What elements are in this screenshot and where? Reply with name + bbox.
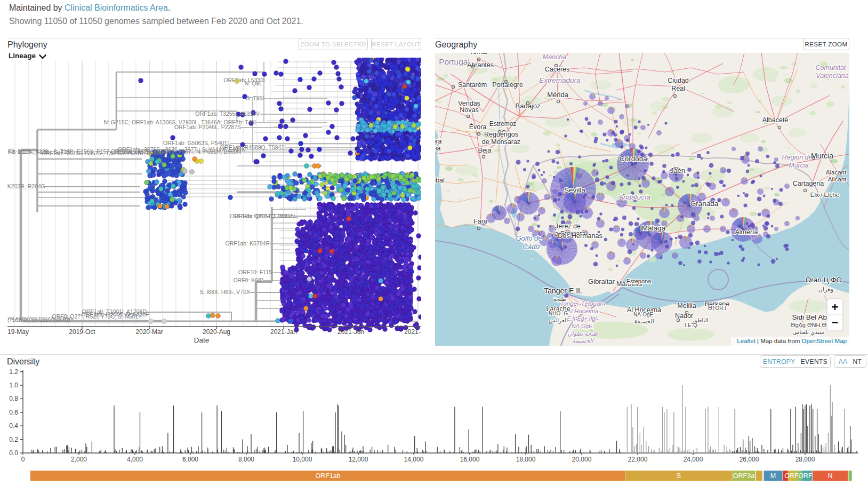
svg-text:Extremadura: Extremadura <box>539 76 581 84</box>
svg-text:Cádiz: Cádiz <box>523 243 541 251</box>
svg-text:28,000: 28,000 <box>795 456 815 463</box>
svg-text:0.4: 0.4 <box>9 422 18 430</box>
svg-text:الحسيمة: الحسيمة <box>573 337 594 344</box>
svg-text:Murcia: Murcia <box>789 162 809 169</box>
svg-text:Córdoba: Córdoba <box>620 155 647 163</box>
svg-text:2020-Mar: 2020-Mar <box>135 328 163 336</box>
svg-text:ORF1ab: K5784R: ORF1ab: K5784R <box>226 240 270 247</box>
svg-text:Tanger Ε.ΙΙ.: Tanger Ε.ΙΙ. <box>544 287 582 295</box>
svg-text:Portalegre: Portalegre <box>492 81 523 89</box>
svg-text:1.0: 1.0 <box>9 381 18 389</box>
svg-text:الناظور: الناظور <box>691 317 708 324</box>
svg-text:Leaflet | Map data from OpenSt: Leaflet | Map data from OpenStreet Map <box>737 338 847 344</box>
svg-text:Θ†ΟR.Ι: Θ†ΟR.Ι <box>708 305 726 311</box>
svg-text:4,000: 4,000 <box>127 456 143 463</box>
svg-text:ubal: ubal <box>435 177 445 184</box>
svg-text:2020-Aug: 2020-Aug <box>203 328 230 336</box>
svg-text:Almería: Almería <box>735 228 758 236</box>
svg-text:Ciudad: Ciudad <box>668 77 689 84</box>
svg-text:Estremoz: Estremoz <box>489 120 517 128</box>
svg-text:Abrantes: Abrantes <box>467 61 494 69</box>
svg-text:Beja: Beja <box>478 147 491 154</box>
svg-text:Mancha: Mancha <box>543 53 567 61</box>
svg-text:S: I68X, H69-, V70X: S: I68X, H69-, V70X <box>199 289 250 295</box>
svg-text:Cartagena: Cartagena <box>793 180 824 187</box>
svg-text:0.8: 0.8 <box>9 395 18 402</box>
svg-text:Mérida: Mérida <box>547 91 569 99</box>
svg-text:2021-Jun: 2021-Jun <box>337 328 364 336</box>
svg-text:Real: Real <box>671 85 685 92</box>
svg-text:Comunitat: Comunitat <box>816 64 846 71</box>
svg-text:Dos Hermanas: Dos Hermanas <box>558 232 602 240</box>
svg-text:Badajoz: Badajoz <box>516 102 541 110</box>
svg-text:Melilla: Melilla <box>677 302 696 309</box>
svg-text:ORF1ab: -3675S, G3676-, T3646A: ORF1ab: -3675S, G3676-, T3646A, P681R, D… <box>42 150 163 156</box>
svg-text:ΝΛ˙ΟǵΕ.: ΝΛ˙ΟǵΕ. <box>572 323 594 329</box>
svg-text:Valenciana: Valenciana <box>816 72 848 79</box>
svg-text:Faro: Faro <box>473 218 487 225</box>
svg-text:2021-Jan: 2021-Jan <box>270 328 297 336</box>
svg-text:طنجة: طنجة <box>553 296 566 302</box>
svg-text:S: T95I: S: T95I <box>246 95 264 101</box>
svg-text:0.2: 0.2 <box>9 436 18 443</box>
svg-text:24,000: 24,000 <box>684 456 703 463</box>
svg-text:Ε.ΙΙ-Εǵ+.ΙΙǵΙ-: Ε.ΙΙ-Εǵ+.ΙΙǵΙ- <box>567 315 599 322</box>
svg-text:nora: nora <box>435 138 442 145</box>
svg-text:Nador: Nador <box>675 312 693 320</box>
svg-text:12,000: 12,000 <box>349 456 368 463</box>
svg-text:16,000: 16,000 <box>460 456 480 463</box>
svg-text:2,000: 2,000 <box>71 456 87 463</box>
svg-text:ORF3a: ORF3a <box>733 472 754 480</box>
svg-text:Alicant: Alicant <box>828 176 847 182</box>
svg-text:Jaén: Jaén <box>670 166 685 174</box>
svg-text:Estepona: Estepona <box>626 278 652 284</box>
svg-text:Jerez de: Jerez de <box>555 222 581 230</box>
svg-text:Santarém: Santarém <box>458 81 487 89</box>
svg-text:de Monsaraz: de Monsaraz <box>482 138 520 146</box>
svg-text:+: + <box>832 300 839 314</box>
svg-text:18,000: 18,000 <box>516 456 536 463</box>
svg-text:Granada: Granada <box>690 200 719 208</box>
svg-text:Gibraltar: Gibraltar <box>588 277 615 285</box>
svg-text:0: 0 <box>21 456 25 463</box>
svg-text:Región de: Región de <box>782 154 813 161</box>
svg-text:6,000: 6,000 <box>182 456 198 463</box>
svg-text:2019-Oct: 2019-Oct <box>69 328 95 336</box>
svg-text:22,000: 22,000 <box>628 456 648 463</box>
svg-text:19-May: 19-May <box>7 328 29 336</box>
svg-text:طنجة تطوان: طنجة تطوان <box>567 330 598 337</box>
svg-text:M: M <box>770 472 776 480</box>
svg-text:ΝΛ˙ΟǵΕ.: ΝΛ˙ΟǵΕ. <box>633 312 655 317</box>
svg-text:Al Hoceima: Al Hoceima <box>567 308 599 314</box>
svg-text:Tomar: Tomar <box>470 53 488 55</box>
svg-text:سيدي بلعباس: سيدي بلعباس <box>792 329 824 336</box>
svg-text:Portugal: Portugal <box>439 57 470 66</box>
svg-text:ΘǵΛǵ ΘΝΗ.Θ.: ΘǵΛǵ ΘΝΗ.Θ. <box>791 322 828 328</box>
svg-text:ORF1ab: P2046L, P2287S: ORF1ab: P2046L, P2287S <box>174 124 241 130</box>
svg-text:S: S <box>677 472 681 480</box>
svg-text:Albacete: Albacete <box>762 116 789 124</box>
svg-text:Sidi Bel Abb: Sidi Bel Abb <box>792 313 831 321</box>
svg-text:Évora: Évora <box>469 123 487 131</box>
svg-text:14,000: 14,000 <box>404 456 424 463</box>
svg-text:26,000: 26,000 <box>740 456 759 463</box>
svg-text:N: Q9L: N: Q9L <box>245 80 262 86</box>
svg-text:20,000: 20,000 <box>572 456 592 463</box>
svg-text:8,000: 8,000 <box>238 456 254 463</box>
svg-text:0.6: 0.6 <box>9 409 18 416</box>
svg-text:: K203R, R204G: : K203R, R204G <box>7 183 45 189</box>
svg-text:(T16176C,S:A222V,D614G): (T16176C,S:A222V,D614G) <box>7 317 70 323</box>
svg-text:Date: Date <box>194 336 210 344</box>
svg-text:Sevilla: Sevilla <box>564 186 585 194</box>
svg-text:وهران: وهران <box>818 286 833 293</box>
svg-text:N: N <box>827 472 832 480</box>
svg-text:Elx / Elche: Elx / Elche <box>810 192 839 198</box>
svg-text:ΝΗΟ.˙G: ΝΗΟ.˙G <box>549 311 568 316</box>
svg-text:ORF1ab: ORF1ab <box>315 472 340 480</box>
svg-text:10,000: 10,000 <box>293 456 312 463</box>
svg-text:الحسيمة: الحسيمة <box>634 318 654 324</box>
svg-text:Oran Ц.ФО: Oran Ц.ФО <box>806 276 842 284</box>
svg-text:العرائش: العرائش <box>549 317 568 324</box>
svg-text:reia: reia <box>435 145 440 152</box>
svg-text:ORF3a: Q57H, T223I: ORF3a: Q57H, T223I <box>234 213 287 219</box>
